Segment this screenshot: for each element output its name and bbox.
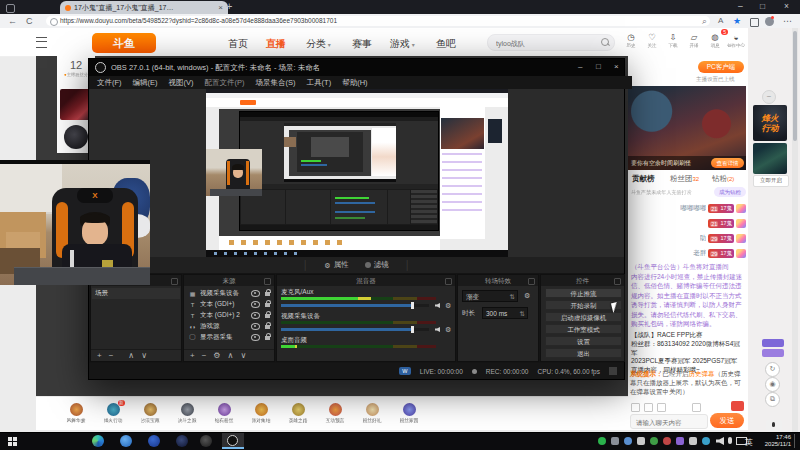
player-side-badge[interactable] xyxy=(762,339,784,347)
activity-item[interactable]: 粉丝好礼 xyxy=(358,403,386,424)
danmu-option-checkbox[interactable] xyxy=(692,403,701,412)
chat-input[interactable] xyxy=(634,416,708,428)
refresh-icon[interactable]: C xyxy=(26,16,33,26)
add-scene-icon[interactable]: + xyxy=(97,352,102,360)
tray-icon[interactable] xyxy=(637,437,645,445)
show-desktop-sliver[interactable] xyxy=(794,434,795,448)
obs-minimize-button[interactable]: – xyxy=(578,62,582,71)
become-fan-button[interactable]: 成为钻粉 xyxy=(714,187,746,197)
new-tab-button[interactable]: + xyxy=(226,0,232,12)
tray-icon[interactable] xyxy=(598,437,606,445)
transition-select[interactable]: 渐变⇅ xyxy=(462,290,518,302)
move-down-icon[interactable]: ∨ xyxy=(240,352,246,360)
visibility-eye-icon[interactable] xyxy=(251,301,260,308)
share-circle-icon[interactable]: ⧉ xyxy=(765,392,780,407)
move-up-icon[interactable]: ∧ xyxy=(128,352,134,360)
volume-slider[interactable] xyxy=(281,304,429,307)
tray-icon[interactable] xyxy=(676,437,684,445)
nav-item-live[interactable]: 直播 xyxy=(266,37,286,51)
channel-logo-thumbnail[interactable] xyxy=(64,125,88,149)
browser-tab-active[interactable]: 17小鬼''直播_17小鬼''直播_17… × xyxy=(60,1,228,14)
tray-icon[interactable] xyxy=(663,437,671,445)
visibility-eye-icon[interactable] xyxy=(251,312,260,319)
language-indicator[interactable]: 英 xyxy=(745,437,753,448)
nav-icon-broadcast[interactable]: ▱开播 xyxy=(683,32,705,48)
activity-item[interactable]: 粉丝家园 xyxy=(395,403,423,424)
nav-icon-history[interactable]: ◷历史 xyxy=(620,32,642,48)
pc-client-button[interactable]: PC客户端 xyxy=(698,61,744,73)
filters-button[interactable]: 滤镜 xyxy=(365,260,389,270)
lock-icon[interactable] xyxy=(265,336,270,340)
nav-icon-follow[interactable]: ♡关注 xyxy=(641,32,663,48)
obs-titlebar[interactable]: OBS 27.0.1 (64-bit, windows) - 配置文件: 未命名… xyxy=(89,59,624,76)
source-row[interactable]: T文本 (GDI+) 2 xyxy=(185,310,273,321)
scene-item[interactable]: 场景 xyxy=(92,288,180,299)
douyu-logo[interactable]: 斗鱼 xyxy=(92,33,156,53)
obs-menu-edit[interactable]: 编辑(E) xyxy=(133,78,158,88)
start-button[interactable] xyxy=(8,437,17,446)
nav-icon-messages[interactable]: ◍5消息 xyxy=(704,32,726,48)
tab-close-icon[interactable]: × xyxy=(218,4,223,12)
remove-scene-icon[interactable]: − xyxy=(109,352,114,360)
hamburger-icon[interactable] xyxy=(36,37,47,48)
site-info-icon[interactable] xyxy=(50,18,58,26)
source-properties-gear-icon[interactable]: ⚙ xyxy=(213,352,220,360)
back-icon[interactable]: ← xyxy=(8,16,17,26)
speaker-icon[interactable] xyxy=(435,327,440,332)
obs-maximize-button[interactable]: □ xyxy=(596,62,601,71)
collections-icon[interactable] xyxy=(750,18,759,27)
zoom-icon[interactable]: ⌕ xyxy=(702,16,707,26)
obs-menu-tools[interactable]: 工具(T) xyxy=(307,78,332,88)
obs-menu-view[interactable]: 视图(V) xyxy=(169,78,194,88)
activity-item[interactable]: 英雄之路 xyxy=(284,403,312,424)
taskbar-app-icon[interactable] xyxy=(148,435,160,447)
lock-icon[interactable] xyxy=(265,292,270,296)
danmu-option-checkbox[interactable] xyxy=(644,403,653,412)
browser-menu-icon[interactable]: ⋯ xyxy=(783,16,792,26)
remove-source-icon[interactable]: − xyxy=(202,352,207,360)
open-now-button[interactable]: 立即开启 xyxy=(753,175,789,187)
lock-icon[interactable] xyxy=(265,314,270,318)
studio-mode-button[interactable]: 工作室模式 xyxy=(545,324,622,334)
tab-diamond-fans[interactable]: 钻粉(2) xyxy=(712,174,734,184)
nav-item-games[interactable]: 游戏 ▾ xyxy=(390,37,415,51)
activity-item[interactable]: 派对集结 xyxy=(247,403,275,424)
tray-icon[interactable] xyxy=(689,437,697,445)
window-minimize-button[interactable]: – xyxy=(738,1,743,11)
page-scrollbar-thumb[interactable] xyxy=(793,31,797,141)
taskbar-edge-icon[interactable] xyxy=(92,435,104,447)
activity-item[interactable]: 互动预言 xyxy=(321,403,349,424)
activity-item[interactable]: 新烽火行动 xyxy=(99,403,127,424)
tray-icon[interactable] xyxy=(650,437,658,445)
tray-icon[interactable] xyxy=(702,437,710,445)
visibility-circle-icon[interactable]: ◉ xyxy=(765,377,780,392)
nav-item-category[interactable]: 分类 ▾ xyxy=(306,37,331,51)
nav-item-esports[interactable]: 赛事 xyxy=(352,37,372,51)
event-banner-art[interactable] xyxy=(753,143,787,174)
search-icon[interactable] xyxy=(601,38,609,46)
obs-menu-scene-collection[interactable]: 场景集合(S) xyxy=(256,78,296,88)
obs-window[interactable]: OBS 27.0.1 (64-bit, windows) - 配置文件: 未命名… xyxy=(88,58,625,380)
activity-item[interactable]: 沙漠宝藏 xyxy=(136,403,164,424)
volume-slider[interactable] xyxy=(281,328,429,331)
activity-item[interactable]: 决斗之巅 xyxy=(173,403,201,424)
source-row[interactable]: ◖◗游戏源 xyxy=(185,321,273,332)
settings-button[interactable]: 设置 xyxy=(545,336,622,346)
tray-icon[interactable] xyxy=(624,437,632,445)
player-side-badge[interactable] xyxy=(762,349,784,357)
obs-menu-file[interactable]: 文件(F) xyxy=(97,78,122,88)
search-input[interactable] xyxy=(494,36,598,50)
favorite-star-icon[interactable]: ★ xyxy=(733,16,741,26)
properties-button[interactable]: ⚙属性 xyxy=(324,260,348,270)
transition-gear-icon[interactable]: ⚙ xyxy=(524,292,530,299)
chat-input-box[interactable] xyxy=(630,414,708,429)
add-source-icon[interactable]: + xyxy=(190,352,195,360)
obs-preview-area[interactable] xyxy=(89,89,624,257)
stop-streaming-button[interactable]: 停止推流 xyxy=(545,288,622,298)
exit-button[interactable]: 退出 xyxy=(545,348,622,358)
lock-icon[interactable] xyxy=(265,303,270,307)
taskbar-app-icon[interactable] xyxy=(200,435,212,447)
history-danmu-link[interactable]: 历史弹幕 xyxy=(689,370,715,377)
taskbar-obs-icon[interactable] xyxy=(227,435,238,446)
promo-banner[interactable]: 要你有空余时间刷刷怪 查看详情 xyxy=(628,86,746,170)
